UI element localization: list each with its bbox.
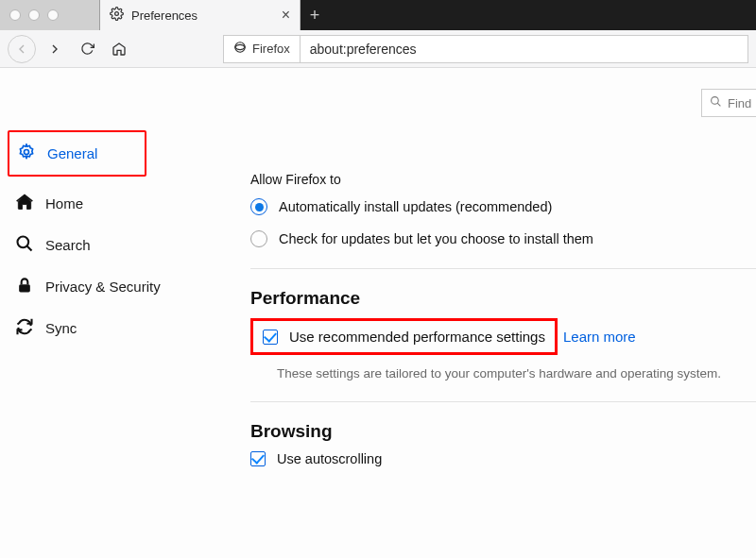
sidebar-item-label: Search	[45, 237, 91, 253]
nav-toolbar: Firefox	[0, 30, 756, 68]
section-divider	[250, 401, 756, 402]
app-window: Preferences × + Firefox	[0, 0, 756, 558]
lock-icon	[15, 276, 34, 297]
window-controls	[0, 0, 100, 30]
learn-more-link[interactable]: Learn more	[563, 329, 636, 345]
allow-firefox-label: Allow Firefox to	[250, 172, 756, 187]
main-panel: Find Allow Firefox to Automatically inst…	[203, 68, 756, 558]
tab-preferences[interactable]: Preferences ×	[100, 0, 301, 30]
back-button[interactable]	[8, 35, 36, 63]
window-close-dot[interactable]	[9, 9, 21, 21]
radio-check-updates[interactable]	[250, 230, 267, 247]
svg-point-2	[25, 150, 29, 155]
checkbox-recommended-perf[interactable]	[263, 330, 278, 345]
checkbox-label: Use recommended performance settings	[289, 329, 545, 345]
sidebar-item-home[interactable]: Home	[0, 182, 203, 224]
radio-auto-install[interactable]	[250, 198, 267, 215]
gear-icon	[17, 143, 36, 164]
svg-point-0	[115, 12, 119, 16]
sidebar-item-general[interactable]: General	[8, 130, 146, 177]
url-input[interactable]	[301, 36, 747, 62]
sync-icon	[15, 317, 34, 339]
tab-strip: Preferences × +	[0, 0, 756, 30]
close-icon[interactable]: ×	[282, 8, 290, 23]
find-in-options[interactable]: Find	[701, 89, 756, 117]
tab-title: Preferences	[131, 8, 198, 23]
firefox-icon	[233, 41, 247, 57]
checkbox-label: Use autoscrolling	[277, 451, 382, 466]
forward-button[interactable]	[42, 36, 68, 62]
svg-point-1	[235, 42, 246, 53]
svg-point-5	[712, 97, 719, 105]
sidebar: General Home Search Privacy & Security	[0, 68, 203, 558]
search-icon	[15, 234, 34, 256]
autoscroll-row[interactable]: Use autoscrolling	[250, 451, 756, 466]
window-zoom-dot[interactable]	[47, 9, 59, 21]
find-placeholder: Find	[728, 96, 751, 110]
content-area: General Home Search Privacy & Security	[0, 68, 756, 558]
sidebar-item-sync[interactable]: Sync	[0, 307, 203, 348]
home-icon	[15, 193, 34, 214]
new-tab-button[interactable]: +	[301, 0, 329, 30]
search-icon	[710, 95, 722, 110]
identity-box[interactable]: Firefox	[224, 36, 301, 62]
sidebar-item-label: General	[47, 145, 97, 161]
home-button[interactable]	[106, 36, 132, 62]
sidebar-item-search[interactable]: Search	[0, 224, 203, 265]
performance-heading: Performance	[250, 288, 756, 309]
sidebar-item-privacy[interactable]: Privacy & Security	[0, 265, 203, 307]
updates-section: Allow Firefox to Automatically install u…	[250, 87, 756, 466]
use-recommended-perf-row[interactable]: Use recommended performance settings	[250, 318, 558, 355]
section-divider	[250, 268, 756, 269]
sidebar-item-label: Privacy & Security	[45, 279, 161, 295]
update-option-check[interactable]: Check for updates but let you choose to …	[250, 230, 756, 247]
radio-label: Automatically install updates (recommend…	[279, 199, 552, 214]
svg-rect-4	[19, 284, 30, 292]
identity-label: Firefox	[252, 42, 290, 56]
sidebar-item-label: Home	[45, 195, 83, 211]
url-bar[interactable]: Firefox	[223, 35, 748, 63]
svg-point-3	[18, 236, 29, 247]
radio-label: Check for updates but let you choose to …	[279, 231, 593, 246]
reload-button[interactable]	[74, 36, 100, 62]
window-minimize-dot[interactable]	[28, 9, 40, 21]
update-option-auto[interactable]: Automatically install updates (recommend…	[250, 198, 756, 215]
gear-icon	[110, 7, 124, 24]
browsing-heading: Browsing	[250, 421, 756, 442]
perf-note: These settings are tailored to your comp…	[277, 366, 756, 380]
checkbox-autoscroll[interactable]	[250, 451, 266, 466]
sidebar-item-label: Sync	[45, 320, 77, 336]
